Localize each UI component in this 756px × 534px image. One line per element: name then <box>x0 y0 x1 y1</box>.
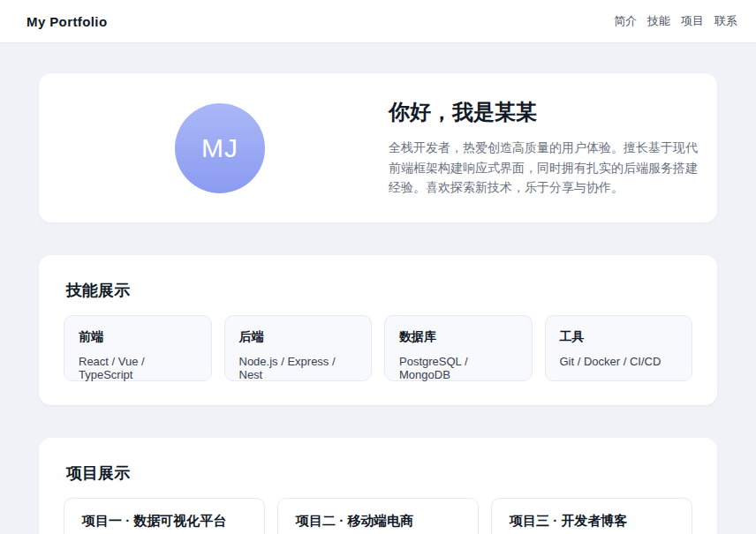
skill-title: 后端 <box>239 329 358 345</box>
page-content: MJ 你好，我是某某 全栈开发者，热爱创造高质量的用户体验。擅长基于现代前端框架… <box>39 73 717 534</box>
hero-text-block: 你好，我是某某 全栈开发者，热爱创造高质量的用户体验。擅长基于现代前端框架构建响… <box>389 98 703 198</box>
skill-detail: Git / Docker / CI/CD <box>560 355 678 368</box>
skill-detail: PostgreSQL / MongoDB <box>399 355 518 381</box>
skills-section: 技能展示 前端 React / Vue / TypeScript 后端 Node… <box>39 255 717 405</box>
nav-link-contact[interactable]: 联系 <box>714 13 737 29</box>
nav-link-about[interactable]: 简介 <box>614 13 637 29</box>
skill-detail: React / Vue / TypeScript <box>79 355 197 381</box>
skills-heading: 技能展示 <box>66 280 690 301</box>
project-title: 项目二 · 移动端电商 <box>296 513 460 530</box>
project-card-3[interactable]: 项目三 · 开发者博客 <box>491 498 692 534</box>
skill-card-frontend: 前端 React / Vue / TypeScript <box>64 315 212 381</box>
project-card-1[interactable]: 项目一 · 数据可视化平台 <box>64 498 265 534</box>
project-title: 项目一 · 数据可视化平台 <box>82 513 246 530</box>
skill-title: 前端 <box>79 329 197 345</box>
skill-title: 工具 <box>560 329 678 345</box>
hero-title: 你好，我是某某 <box>389 98 703 126</box>
skill-detail: Node.js / Express / Nest <box>239 355 358 381</box>
project-title: 项目三 · 开发者博客 <box>510 513 674 530</box>
projects-section: 项目展示 项目一 · 数据可视化平台 项目二 · 移动端电商 项目三 · 开发者… <box>39 438 717 534</box>
projects-grid: 项目一 · 数据可视化平台 项目二 · 移动端电商 项目三 · 开发者博客 <box>64 498 692 534</box>
top-navbar: My Portfolio 简介 技能 项目 联系 <box>0 0 756 43</box>
projects-heading: 项目展示 <box>66 463 690 484</box>
skills-grid: 前端 React / Vue / TypeScript 后端 Node.js /… <box>64 315 692 381</box>
hero-description: 全栈开发者，热爱创造高质量的用户体验。擅长基于现代前端框架构建响应式界面，同时拥… <box>389 138 703 198</box>
hero-section: MJ 你好，我是某某 全栈开发者，热爱创造高质量的用户体验。擅长基于现代前端框架… <box>39 73 717 222</box>
skill-card-tools: 工具 Git / Docker / CI/CD <box>545 315 693 381</box>
nav-link-projects[interactable]: 项目 <box>681 13 704 29</box>
site-logo[interactable]: My Portfolio <box>26 14 107 29</box>
skill-card-backend: 后端 Node.js / Express / Nest <box>224 315 373 381</box>
nav-link-skills[interactable]: 技能 <box>647 13 670 29</box>
skill-card-database: 数据库 PostgreSQL / MongoDB <box>384 315 533 381</box>
avatar: MJ <box>175 103 265 193</box>
main-nav: 简介 技能 项目 联系 <box>614 13 737 29</box>
project-card-2[interactable]: 项目二 · 移动端电商 <box>277 498 479 534</box>
skill-title: 数据库 <box>399 329 518 345</box>
